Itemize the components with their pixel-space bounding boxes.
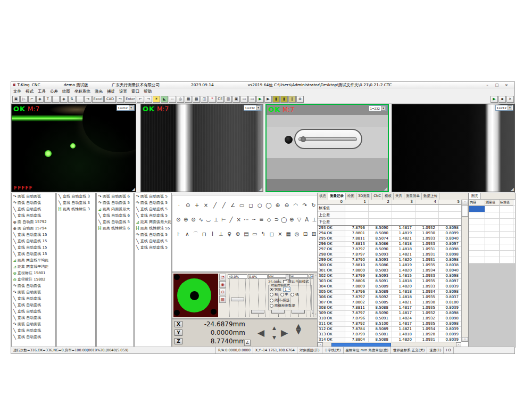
- feature-list-item[interactable]: ╲直线 自动直线 15: [12, 232, 55, 238]
- feature-list-item[interactable]: ⊕圆 自动圆 15794: [12, 225, 55, 232]
- jog-arrow-pad[interactable]: ◀ ▲ ▼ ▶: [257, 325, 300, 343]
- tool-icon[interactable]: ◻: [268, 229, 276, 238]
- tool-icon[interactable]: ◡: [205, 215, 212, 224]
- elements-row[interactable]: [469, 225, 515, 232]
- elements-row[interactable]: [469, 238, 515, 244]
- close-button[interactable]: ×: [503, 83, 510, 88]
- tool-icon[interactable]: ∿: [197, 215, 205, 224]
- table-row[interactable]: 296 OK7.88138.50861.48181.09330.80971.09…: [318, 242, 461, 247]
- feature-list-item[interactable]: ╲直线 自动直线: [12, 315, 55, 321]
- feature-list-item[interactable]: ╲直线 自动直线: [12, 302, 55, 308]
- feature-list-item[interactable]: ╲直线 自动直线 3: [57, 200, 95, 206]
- toolbar-button[interactable]: ▮: [280, 96, 288, 103]
- toolbar-button[interactable]: ◈: [36, 96, 44, 103]
- table-row[interactable]: 299 OK7.87908.50931.48201.09310.80981.09…: [318, 258, 461, 263]
- feature-list-item[interactable]: ╲直线 自动直线 6: [97, 212, 133, 219]
- tool-icon[interactable]: ∠: [228, 201, 237, 210]
- feature-list-item[interactable]: ╲直线 自动直线: [12, 212, 55, 219]
- tool-icon[interactable]: ×: [202, 201, 211, 210]
- feature-list-item[interactable]: ↷圆弧 自动圆弧 6: [97, 193, 133, 200]
- menu-item-坐标系统[interactable]: 坐标系统: [74, 89, 90, 94]
- feature-list-item[interactable]: ⊖直径标注 15802: [12, 276, 55, 283]
- camera4-resize-grip[interactable]: ◢: [511, 187, 514, 192]
- elements-row[interactable]: [469, 251, 515, 257]
- tab-测量记录[interactable]: 测量记录: [328, 193, 346, 200]
- camera4-channel-select[interactable]: 1=212▾: [495, 105, 513, 111]
- toolbar-button[interactable]: ◫: [201, 96, 208, 103]
- feature-list-item[interactable]: ╲直线 自动直线: [12, 334, 55, 340]
- tool-icon[interactable]: ╱: [219, 201, 228, 210]
- dropdown-arrow-icon[interactable]: ▾: [381, 106, 386, 111]
- table-row[interactable]: 下公差: [318, 219, 461, 226]
- toolbar-button[interactable]: ◈: [60, 96, 68, 103]
- feature-list-item[interactable]: ↷圆弧 自动圆弧 5: [97, 200, 133, 206]
- table-row[interactable]: 307 OK7.88028.50851.48211.09300.81001.09…: [318, 300, 461, 306]
- maximize-button[interactable]: □: [493, 83, 501, 88]
- toolbar-button[interactable]: ⌐: [28, 96, 36, 103]
- toolbar-button[interactable]: CE: [217, 96, 224, 103]
- closed-loop-radio[interactable]: [270, 299, 273, 302]
- toolbar-button[interactable]: ‖: [288, 96, 296, 103]
- feature-list-item[interactable]: ↷圆弧 自动圆弧 5: [135, 193, 171, 200]
- tool-icon[interactable]: ⊃: [273, 215, 280, 224]
- table-row[interactable]: 303 OK7.88068.50911.48181.09350.80971.09…: [318, 279, 461, 284]
- light-slider[interactable]: 40.0%: [228, 274, 247, 317]
- z-jog-arrows[interactable]: ▲▼: [296, 324, 301, 334]
- feature-list-item[interactable]: ╲直线 自动直线 5: [135, 212, 171, 219]
- tool-icon[interactable]: +: [193, 201, 202, 210]
- tool-icon[interactable]: ◻: [246, 201, 255, 210]
- feature-list-item[interactable]: ⊕圆 自动圆 15792: [12, 219, 55, 225]
- tool-icon[interactable]: ╱: [227, 215, 235, 224]
- toolbar-button[interactable]: ⊛: [296, 96, 304, 103]
- camera3-resize-grip[interactable]: ◢: [384, 186, 387, 191]
- tool-icon[interactable]: ▦: [284, 229, 293, 238]
- table-row[interactable]: 294 OK7.88018.50801.48191.09300.80991.09…: [318, 231, 461, 236]
- menu-item-工具[interactable]: 工具: [38, 89, 46, 94]
- toolbar-button[interactable]: ←: [137, 96, 144, 103]
- toolbar-button[interactable]: ▥: [225, 96, 232, 103]
- menu-item-模式[interactable]: 模式: [26, 89, 34, 94]
- toolbar-button[interactable]: ▭: [248, 96, 256, 103]
- tool-icon[interactable]: ⊖: [282, 201, 292, 210]
- feature-list-item[interactable]: ╲直线 自动直线 15: [12, 244, 55, 251]
- camera2-channel-select[interactable]: 1=232▾: [244, 105, 262, 111]
- feature-list-item[interactable]: ╲直线 自动直线: [12, 327, 55, 334]
- slider-thumb[interactable]: [231, 298, 244, 301]
- feature-list-item[interactable]: ↷圆弧 自动圆弧: [12, 200, 55, 206]
- toolbar-button[interactable]: ⇥: [84, 96, 92, 103]
- toolbar-button[interactable]: Excel: [92, 96, 104, 103]
- feature-list-item[interactable]: ╲直线 自动直线 5: [97, 219, 133, 225]
- jog-left-icon[interactable]: ◀: [257, 328, 264, 337]
- slider-track[interactable]: [250, 279, 266, 317]
- jog-down-icon[interactable]: ▼: [272, 335, 276, 340]
- tool-icon[interactable]: ◯: [264, 201, 273, 210]
- tool-icon[interactable]: ▭: [237, 201, 246, 210]
- jog-right-icon[interactable]: ▶: [281, 328, 288, 337]
- scroll-down-icon[interactable]: ˅: [462, 337, 468, 342]
- table-row[interactable]: 302 OK7.87998.50931.48151.09330.80981.09…: [318, 274, 461, 279]
- focus-level-select[interactable]: 1: [283, 287, 290, 292]
- toolbar-button[interactable]: --: [169, 96, 176, 103]
- tool-icon[interactable]: ▽: [295, 215, 303, 224]
- tool-icon[interactable]: ◎: [293, 229, 301, 238]
- elements-row[interactable]: [469, 257, 515, 263]
- feature-list-item[interactable]: ╲直线 自动直线 5: [135, 238, 171, 244]
- toolbar-button[interactable]: [52, 96, 60, 103]
- table-vertical-scrollbar[interactable]: ˄ ˅: [461, 200, 468, 342]
- toolbar-button[interactable]: Enter: [124, 96, 136, 103]
- tab-elements[interactable]: 图元: [469, 193, 481, 199]
- feature-list-item[interactable]: ↷圆弧 自动圆弧 5: [135, 232, 171, 238]
- table-row[interactable]: 298 OK7.87978.50931.48211.09310.80981.09…: [318, 252, 461, 258]
- feature-list-item[interactable]: ⊿距离 内圆弧最大: [97, 206, 133, 212]
- tool-icon[interactable]: ∧: [183, 229, 192, 238]
- camera-view-2[interactable]: OK M:7 1=232▾ ◢: [140, 104, 263, 192]
- tool-icon[interactable]: ⊕: [273, 201, 282, 210]
- tab-测量清单[interactable]: 测量清单: [404, 193, 422, 200]
- feature-list-item[interactable]: ╲直线 自动直线: [12, 308, 55, 315]
- tool-icon[interactable]: ╱: [211, 201, 220, 210]
- calibration-radio[interactable]: [270, 304, 273, 308]
- camera1-channel-select[interactable]: 1=212▾: [117, 105, 135, 111]
- toolbar-button[interactable]: ▪: [498, 96, 506, 103]
- light-segment-button[interactable]: ⊙: [219, 289, 226, 295]
- tool-icon[interactable]: ⊕: [288, 215, 295, 224]
